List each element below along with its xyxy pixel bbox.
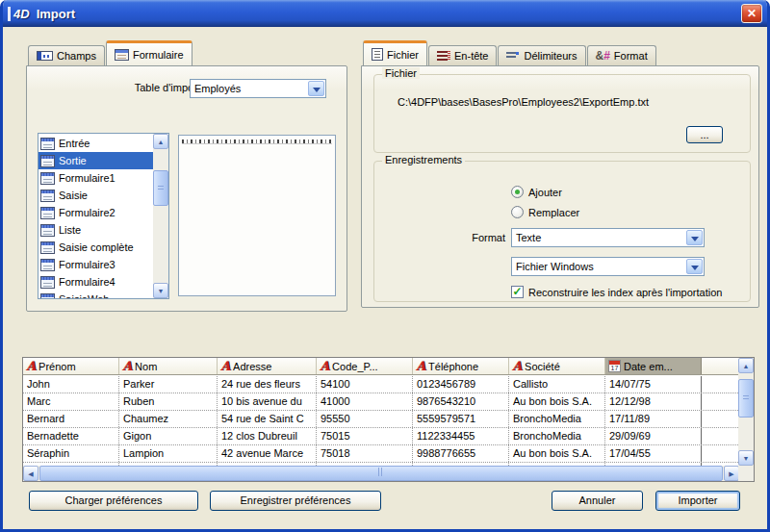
- table-row[interactable]: BernadetteGigon12 clos Dubreuil750151122…: [23, 428, 738, 445]
- tab-champs[interactable]: Champs: [28, 45, 105, 65]
- list-item[interactable]: Saisie: [38, 187, 153, 204]
- list-item-label: Saisie: [59, 190, 88, 201]
- tab-format[interactable]: &# Format: [587, 45, 656, 65]
- scroll-up-icon[interactable]: ▲: [153, 134, 168, 149]
- form-window-icon: [40, 172, 55, 185]
- table-horizontal-scrollbar[interactable]: ◀ ▶: [23, 466, 739, 481]
- left-tabset: Champs Formulaire Table d'import : Emplo…: [26, 40, 347, 312]
- table-row[interactable]: MarcRuben10 bis avenue du410009876543210…: [23, 393, 738, 411]
- charger-preferences-button[interactable]: Charger préférences: [29, 491, 198, 511]
- field-icon: [37, 51, 53, 61]
- tab-delimiteurs[interactable]: Délimiteurs: [498, 45, 585, 65]
- list-item[interactable]: Formulaire3: [38, 256, 153, 273]
- annuler-button[interactable]: Annuler: [552, 491, 643, 511]
- table-vertical-scrollbar[interactable]: ▲ ▼: [738, 358, 754, 466]
- form-preview: [178, 135, 336, 296]
- file-format-select[interactable]: Fichier Windows: [511, 257, 705, 276]
- file-group-title: Fichier: [382, 67, 420, 79]
- list-item[interactable]: Liste: [38, 221, 153, 239]
- form-list-scrollbar[interactable]: ▲ ▼: [153, 134, 168, 298]
- table-cell: Lampion: [119, 445, 218, 462]
- right-tabstrip: Fichier En-tête Délimiteurs &# Format: [361, 40, 657, 65]
- table-cell: 14/07/75: [605, 376, 702, 393]
- scrollbar-thumb[interactable]: [153, 170, 168, 206]
- tab-en-tete[interactable]: En-tête: [428, 45, 497, 65]
- list-item[interactable]: Formulaire4: [38, 273, 153, 291]
- tab-fichier[interactable]: Fichier: [363, 40, 427, 65]
- chevron-down-icon[interactable]: [308, 81, 324, 96]
- column-label: Nom: [135, 361, 157, 372]
- table-cell: Chaumez: [119, 411, 218, 427]
- table-row[interactable]: JohnParker24 rue des fleurs5410001234567…: [23, 376, 738, 393]
- chevron-down-icon[interactable]: [686, 230, 703, 245]
- scroll-left-icon[interactable]: ◀: [23, 466, 38, 481]
- alpha-field-icon: A: [122, 360, 132, 372]
- table-cell: 54 rue de Saint C: [218, 411, 317, 427]
- column-header[interactable]: ASociété: [509, 358, 605, 374]
- column-header[interactable]: AAdresse: [218, 358, 317, 374]
- scroll-down-icon[interactable]: ▼: [153, 283, 168, 298]
- import-dialog: 4D Import ✕ Champs Formulaire Table d'im…: [0, 0, 770, 532]
- 4d-logo-icon: 4D: [8, 7, 30, 21]
- list-item[interactable]: Saisie complète: [38, 239, 153, 256]
- column-header[interactable]: ANom: [119, 358, 218, 374]
- list-item-label: Formulaire1: [59, 172, 116, 184]
- format-select[interactable]: Texte: [511, 228, 705, 247]
- tab-delimiteurs-label: Délimiteurs: [524, 50, 577, 62]
- form-list: EntréeSortieFormulaire1SaisieFormulaire2…: [38, 134, 153, 298]
- rebuild-index-checkbox-row[interactable]: ✓ Reconstruire les index après l'importa…: [511, 286, 722, 298]
- format-value: Texte: [516, 232, 541, 243]
- list-item-label: Sortie: [59, 155, 87, 166]
- scroll-up-icon[interactable]: ▲: [738, 358, 754, 373]
- titlebar[interactable]: 4D Import ✕: [0, 0, 770, 27]
- preview-table-body: JohnParker24 rue des fleurs5410001234567…: [23, 376, 738, 468]
- enregistrer-preferences-button[interactable]: Enregistrer préférences: [210, 491, 381, 511]
- form-window-icon: [40, 190, 55, 202]
- table-cell: Au bon bois S.A.: [509, 445, 605, 462]
- table-import-value: Employés: [194, 83, 241, 94]
- date-field-icon: 17: [608, 360, 621, 372]
- list-item[interactable]: Sortie: [38, 152, 153, 169]
- table-cell: 41000: [317, 393, 413, 410]
- list-item[interactable]: Entrée: [38, 135, 153, 152]
- table-import-select[interactable]: Employés: [190, 79, 326, 98]
- column-header[interactable]: 17Date em...: [605, 358, 702, 374]
- column-label: Code_P...: [332, 361, 378, 372]
- scroll-down-icon[interactable]: ▼: [738, 450, 754, 466]
- radio-ajouter-icon[interactable]: [511, 186, 524, 198]
- table-row[interactable]: SéraphinLampion42 avenue Marce7501899887…: [23, 445, 738, 463]
- importer-button[interactable]: Importer: [655, 491, 740, 511]
- tab-formulaire[interactable]: Formulaire: [106, 40, 192, 65]
- column-header[interactable]: ATéléphone: [413, 358, 509, 374]
- column-header[interactable]: APrénom: [23, 358, 119, 374]
- table-cell: 9876543210: [413, 393, 509, 410]
- browse-button[interactable]: ...: [686, 126, 723, 143]
- preview-table-header: APrénomANomAAdresseACode_P...ATéléphoneA…: [23, 358, 738, 375]
- form-window-icon: [40, 155, 55, 167]
- table-cell: 75018: [317, 445, 413, 462]
- scroll-right-icon[interactable]: ▶: [724, 466, 739, 481]
- table-import-label: Table d'import :: [81, 82, 206, 93]
- table-cell: BronchoMedia: [509, 428, 605, 444]
- list-item[interactable]: Formulaire1: [38, 169, 153, 187]
- close-icon[interactable]: ✕: [741, 4, 762, 23]
- row-filler: [702, 411, 738, 427]
- table-cell: BronchoMedia: [509, 411, 605, 427]
- radio-remplacer-icon[interactable]: [511, 206, 524, 218]
- form-preview-thumbnail: [182, 139, 332, 144]
- ampersand-hash-icon: &#: [596, 49, 610, 63]
- table-row[interactable]: BernardChaumez54 rue de Saint C955505559…: [23, 411, 738, 428]
- list-item[interactable]: SaisieWeb: [38, 291, 153, 298]
- chevron-down-icon[interactable]: [686, 259, 703, 274]
- radio-ajouter[interactable]: Ajouter: [511, 186, 562, 198]
- list-item[interactable]: Formulaire2: [38, 204, 153, 221]
- form-window-icon: [40, 138, 55, 150]
- header-lines-icon: [437, 50, 450, 62]
- column-header[interactable]: ACode_P...: [317, 358, 413, 374]
- scrollbar-thumb[interactable]: [738, 379, 754, 418]
- scrollbar-thumb[interactable]: [39, 466, 723, 481]
- checkbox-checked-icon[interactable]: ✓: [511, 286, 524, 298]
- alpha-field-icon: A: [320, 360, 329, 372]
- radio-remplacer[interactable]: Remplacer: [511, 206, 579, 218]
- row-filler: [702, 376, 738, 393]
